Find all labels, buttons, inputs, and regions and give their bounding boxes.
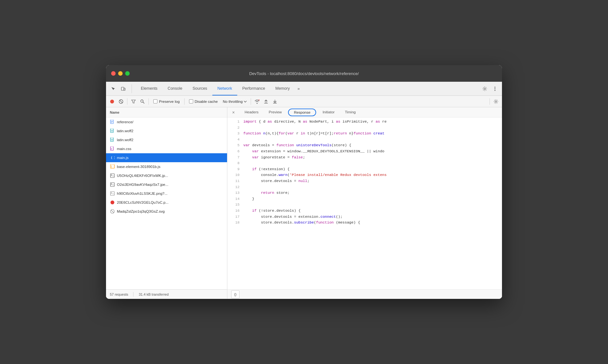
code-line: 17 store.devtools = extension.connect();	[227, 214, 502, 220]
svg-point-15	[495, 101, 497, 102]
disable-cache-label: Disable cache	[195, 100, 218, 103]
export-har-button[interactable]	[271, 97, 279, 106]
request-count: 57 requests	[110, 292, 128, 296]
record-button[interactable]	[108, 97, 116, 106]
line-number: 14	[230, 196, 239, 202]
line-number: 9	[230, 166, 239, 172]
file-item-jpg-1[interactable]: U5OHzQL4tEKFr6OFIxWK.jp...	[106, 171, 227, 180]
file-list-header: Name	[106, 107, 227, 118]
file-item-latin-woff2-2[interactable]: T latin.woff2	[106, 135, 227, 144]
format-button[interactable]: {}	[231, 290, 239, 299]
blocked-icon	[110, 209, 115, 214]
clear-log-button[interactable]	[117, 97, 125, 106]
disable-cache-checkbox-group[interactable]: Disable cache	[186, 99, 220, 103]
file-item-jpg-2[interactable]: O2slJEHG9avKV4aqzSx7.jpe...	[106, 180, 227, 189]
tab-network[interactable]: Network	[212, 82, 237, 95]
doc-icon	[110, 119, 115, 125]
svg-point-31	[111, 174, 112, 175]
code-line: 15	[227, 202, 502, 208]
preserve-log-checkbox-group[interactable]: Preserve log	[151, 99, 182, 103]
nav-icons	[109, 84, 132, 93]
close-button[interactable]	[111, 71, 116, 76]
disable-cache-checkbox[interactable]	[189, 99, 193, 103]
traffic-lights	[111, 71, 130, 76]
file-list-panel: Name reference/	[106, 107, 227, 299]
network-conditions-icon[interactable]	[253, 97, 261, 106]
file-item-main-css[interactable]: # main.css	[106, 144, 227, 153]
network-settings-icon[interactable]	[492, 97, 500, 106]
line-number: 3	[230, 131, 239, 137]
code-line: 1import { d as directive, N as NodePart,…	[227, 119, 502, 125]
code-content: store.devtools = extension.connect();	[243, 214, 343, 220]
svg-text:{ }: { }	[111, 165, 115, 168]
tab-elements[interactable]: Elements	[136, 82, 163, 95]
throttle-select[interactable]: No throttling	[221, 99, 249, 104]
tab-headers[interactable]: Headers	[239, 107, 263, 117]
svg-text:#: #	[111, 148, 112, 150]
maximize-button[interactable]	[125, 71, 130, 76]
code-content: }	[243, 196, 255, 202]
svg-text:{ }: { }	[111, 156, 115, 159]
tab-response[interactable]: Response	[288, 109, 316, 116]
tab-initiator[interactable]: Initiator	[317, 107, 340, 117]
window-title: DevTools - localhost:8080/docs/devtools/…	[249, 71, 359, 76]
code-line: 6 var extension = window.__REDUX_DEVTOOL…	[227, 148, 502, 155]
format-bar: {}	[227, 289, 502, 299]
code-content: var devtools = function unistoreDevTools…	[243, 142, 351, 148]
svg-point-9	[141, 100, 143, 102]
code-line: 10 console.warn('Please install/enable R…	[227, 172, 502, 178]
svg-point-36	[110, 201, 114, 204]
file-item-main-js[interactable]: { } main.js	[106, 153, 227, 162]
line-number: 16	[230, 208, 239, 214]
tab-performance[interactable]: Performance	[237, 82, 270, 95]
close-panel-button[interactable]: ×	[230, 109, 237, 116]
svg-rect-0	[121, 87, 124, 90]
js-icon: { }	[110, 155, 115, 160]
svg-line-8	[120, 100, 122, 103]
svg-point-2	[484, 88, 486, 89]
separator-3	[184, 98, 185, 105]
tab-sources[interactable]: Sources	[187, 82, 212, 95]
tab-preview[interactable]: Preview	[263, 107, 287, 117]
file-item-png[interactable]: h90CtfziXluvh1LSSKJE.png?...	[106, 189, 227, 198]
code-line: 5var devtools = function unistoreDevTool…	[227, 142, 502, 148]
transferred-size: 31.4 kB transferred	[139, 292, 169, 296]
nav-right-icons	[480, 84, 499, 93]
file-item-latin-woff2-1[interactable]: T latin.woff2	[106, 126, 227, 135]
line-number: 15	[230, 202, 239, 208]
file-item-base-element[interactable]: { } base-element-3018901b.js	[106, 162, 227, 171]
devtools-body: Elements Console Sources Network Perform…	[106, 82, 502, 299]
file-item-p-img[interactable]: 20E6CLcSzNV2GELQu7oC.p...	[106, 198, 227, 207]
code-content: store.devtools = null;	[243, 178, 309, 184]
preserve-log-checkbox[interactable]	[153, 99, 157, 103]
line-number: 7	[230, 155, 239, 161]
minimize-button[interactable]	[118, 71, 123, 76]
line-number: 11	[230, 178, 239, 184]
tab-memory[interactable]: Memory	[270, 82, 295, 95]
js-orange-icon: { }	[110, 164, 115, 169]
file-item-svg[interactable]: MadqZslZpo1sj3qQ3GsZ.svg	[106, 207, 227, 216]
filter-button[interactable]	[129, 97, 138, 106]
settings-icon[interactable]	[480, 84, 489, 93]
code-content: store.devtools.subscribe(function (messa…	[243, 220, 360, 226]
response-tabs: × Headers Preview Response Initiator	[227, 107, 502, 118]
more-options-icon[interactable]	[490, 84, 499, 93]
file-item-reference[interactable]: reference/	[106, 118, 227, 126]
main-panels: Name reference/	[106, 107, 502, 299]
nav-bar: Elements Console Sources Network Perform…	[106, 82, 502, 96]
devtools-window: DevTools - localhost:8080/docs/devtools/…	[106, 65, 502, 299]
svg-line-10	[143, 102, 145, 103]
more-tabs-button[interactable]: »	[295, 86, 302, 91]
code-line: 18 store.devtools.subscribe(function (me…	[227, 220, 502, 226]
code-area[interactable]: 1import { d as directive, N as NodePart,…	[227, 118, 502, 289]
cursor-icon[interactable]	[109, 84, 118, 93]
tab-console[interactable]: Console	[163, 82, 187, 95]
code-line: 14 }	[227, 196, 502, 202]
separator-2	[148, 98, 149, 105]
import-har-button[interactable]	[262, 97, 270, 106]
device-toolbar-icon[interactable]	[119, 84, 128, 93]
line-number: 1	[230, 119, 239, 125]
image-red-icon	[110, 200, 115, 205]
search-button[interactable]	[138, 97, 147, 106]
tab-timing[interactable]: Timing	[340, 107, 361, 117]
